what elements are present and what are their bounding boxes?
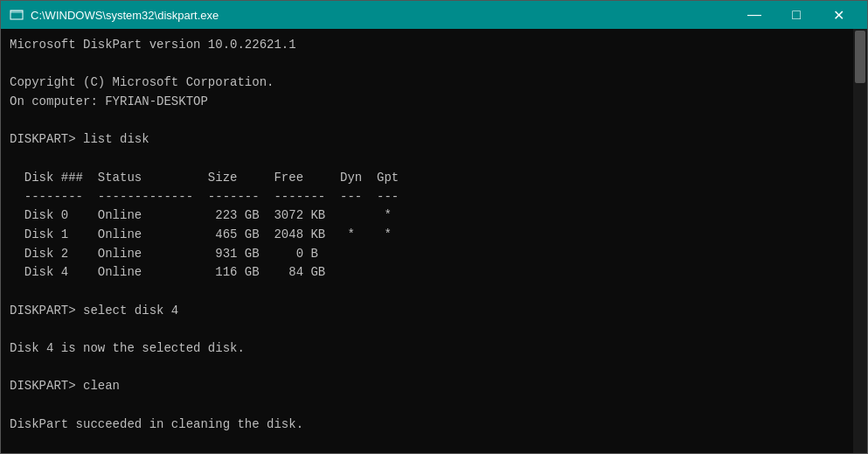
terminal-line-8: [10, 283, 858, 302]
terminal-line-9: DISKPART> select disk 4: [10, 302, 858, 321]
minimize-button[interactable]: —: [734, 1, 774, 29]
terminal-line-3: Copyright (C) Microsoft Corporation.: [10, 73, 858, 93]
terminal-line-15: DiskPart succeeded in cleaning the disk.: [10, 416, 858, 435]
maximize-button[interactable]: □: [776, 1, 816, 29]
terminal-line-1: Microsoft DiskPart version 10.0.22621.1: [10, 36, 858, 55]
terminal-line-10: [10, 320, 858, 339]
terminal-line-12: [10, 359, 858, 378]
table-sep: -------- ------------- ------- ------- -…: [10, 188, 858, 207]
disk0-row: Disk 0 Online 223 GB 3072 KB *: [10, 206, 858, 226]
window: C:\WINDOWS\system32\diskpart.exe — □ ✕ M…: [0, 0, 868, 454]
svg-rect-1: [10, 10, 23, 13]
table-header: Disk ### Status Size Free Dyn Gpt: [10, 169, 858, 188]
window-icon: [10, 8, 24, 22]
terminal-line-6: DISKPART> list disk: [10, 130, 858, 150]
disk4-row: Disk 4 Online 116 GB 84 GB: [10, 263, 858, 283]
title-bar-left: C:\WINDOWS\system32\diskpart.exe: [10, 8, 219, 22]
terminal-line-13: DISKPART> clean: [10, 377, 858, 396]
scrollbar[interactable]: [853, 29, 867, 453]
terminal-line-2: [10, 55, 858, 74]
terminal-line-7: [10, 150, 858, 169]
disk1-row: Disk 1 Online 465 GB 2048 KB * *: [10, 226, 858, 245]
window-title: C:\WINDOWS\system32\diskpart.exe: [31, 9, 219, 22]
close-button[interactable]: ✕: [818, 1, 858, 29]
title-bar-controls: — □ ✕: [734, 1, 858, 29]
terminal-line-5: [10, 112, 858, 131]
disk2-row: Disk 2 Online 931 GB 0 B: [10, 245, 858, 264]
terminal-body[interactable]: Microsoft DiskPart version 10.0.22621.1 …: [1, 29, 867, 453]
terminal-line-14: [10, 396, 858, 416]
terminal-line-11: Disk 4 is now the selected disk.: [10, 339, 858, 359]
title-bar: C:\WINDOWS\system32\diskpart.exe — □ ✕: [1, 1, 867, 29]
terminal-line-16: [10, 434, 858, 453]
terminal-line-4: On computer: FYRIAN-DESKTOP: [10, 93, 858, 112]
scrollbar-thumb[interactable]: [855, 31, 865, 83]
